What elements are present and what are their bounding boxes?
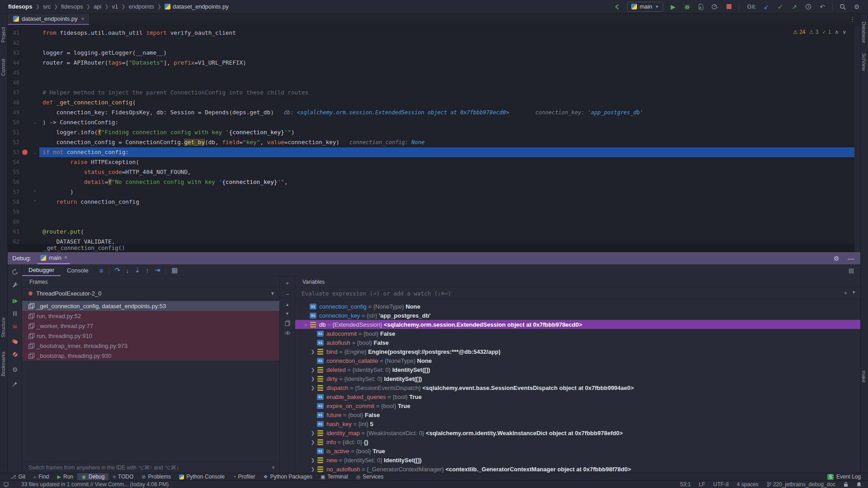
variable-row[interactable]: 01expire_on_commit = {bool} True xyxy=(295,401,860,410)
code-line[interactable]: 50⌄) -> ConnectionConfig: xyxy=(8,117,854,127)
line-number[interactable]: 44 xyxy=(8,58,19,68)
chevron-expanded-icon[interactable]: ∨ xyxy=(302,322,310,327)
fold-marker[interactable] xyxy=(30,108,39,117)
tool-button-run[interactable]: ▶Run xyxy=(53,473,77,480)
fold-marker[interactable]: ⌃ xyxy=(30,197,39,207)
breakpoint-gutter[interactable] xyxy=(19,98,30,108)
code-line[interactable]: 47# Helper method to inject the parent C… xyxy=(8,88,854,98)
line-number[interactable]: 59 xyxy=(8,207,19,217)
history-icon[interactable] xyxy=(804,3,812,11)
breakpoint-gutter[interactable] xyxy=(19,177,30,187)
git-update-icon[interactable]: ↙ xyxy=(762,3,770,11)
variable-row[interactable]: 01future = {bool} False xyxy=(295,410,860,419)
variable-row[interactable]: 01autoflush = {bool} False xyxy=(295,338,860,347)
frame-row[interactable]: _get_connection_config, dataset_endpoint… xyxy=(22,301,279,311)
line-number[interactable]: 51 xyxy=(8,127,19,137)
breadcrumb-item[interactable]: fidesops xyxy=(8,3,32,10)
move-up-icon[interactable]: ▲ xyxy=(285,302,289,307)
run-configuration-select[interactable]: main ▼ xyxy=(627,2,663,12)
chevron-collapsed-icon[interactable]: ❯ xyxy=(309,440,317,445)
fold-marker[interactable]: ⌄ xyxy=(30,147,39,157)
breadcrumb-item[interactable]: api xyxy=(94,3,101,10)
breakpoint-gutter[interactable] xyxy=(19,197,30,207)
view-breakpoints-icon[interactable] xyxy=(11,338,19,346)
fold-marker[interactable]: ⌄ xyxy=(30,117,39,127)
search-everywhere-icon[interactable] xyxy=(839,3,847,11)
code-editor[interactable]: 41from fidesops.util.oauth_util import v… xyxy=(8,25,854,244)
variable-row[interactable]: ❯no_autoflush = {_GeneratorContextManage… xyxy=(295,465,860,473)
evaluate-expression-field[interactable]: Evaluate expression (⏎) or add a watch (… xyxy=(295,287,860,300)
add-watch-icon[interactable]: + xyxy=(286,280,289,286)
code-line[interactable]: 62 DATASET_VALIDATE, xyxy=(8,237,854,244)
tool-button-make[interactable]: make xyxy=(861,371,867,383)
profiler-button[interactable] xyxy=(711,3,719,11)
fold-marker[interactable] xyxy=(30,38,39,48)
fold-marker[interactable] xyxy=(30,167,39,177)
frame-row[interactable]: _bootstrap, threading.py:930 xyxy=(22,351,279,361)
line-ending[interactable]: LF xyxy=(699,481,705,488)
chevron-collapsed-icon[interactable]: ❯ xyxy=(309,376,317,381)
tool-button-find[interactable]: ⌕Find xyxy=(29,473,53,480)
fold-marker[interactable] xyxy=(30,127,39,137)
file-encoding[interactable]: UTF-8 xyxy=(713,481,729,488)
chevron-collapsed-icon[interactable]: ❯ xyxy=(309,458,317,463)
variable-row[interactable]: ❯dispatch = {SessionEventsDispatch} <sql… xyxy=(295,383,860,392)
navigate-back-icon[interactable] xyxy=(613,3,621,11)
git-commit-icon[interactable]: ✓ xyxy=(776,3,784,11)
line-number[interactable]: 61 xyxy=(8,227,19,237)
modify-run-config-wrench-icon[interactable] xyxy=(11,281,19,289)
tool-button-structure[interactable]: Structure xyxy=(0,317,6,338)
code-line[interactable]: 45 xyxy=(8,68,854,78)
editor-options-kebab-icon[interactable]: ⋮ xyxy=(849,16,860,23)
chevron-collapsed-icon[interactable]: ❯ xyxy=(309,349,317,354)
tool-button-sciview[interactable]: SciView xyxy=(861,53,867,71)
settings-gear-icon[interactable]: ⚙ xyxy=(853,3,861,11)
code-line[interactable]: 60 xyxy=(8,217,854,227)
fold-marker[interactable] xyxy=(30,88,39,98)
variable-row[interactable]: ❯bind = {Engine} Engine(postgresql://pos… xyxy=(295,347,860,356)
caret-position[interactable]: 53:1 xyxy=(680,481,690,488)
variable-row[interactable]: 01hash_key = {int} 5 xyxy=(295,419,860,428)
breakpoint-gutter[interactable] xyxy=(19,237,30,244)
variable-row[interactable]: 01connection_callable = {NoneType} None xyxy=(295,356,860,365)
close-tab-icon[interactable]: × xyxy=(81,16,85,22)
line-number[interactable]: 45 xyxy=(8,68,19,78)
fold-marker[interactable] xyxy=(30,48,39,58)
add-icon[interactable]: + xyxy=(844,290,847,296)
fold-marker[interactable] xyxy=(30,78,39,88)
line-number[interactable]: 56 xyxy=(8,177,19,187)
debug-settings-gear-icon[interactable]: ⚙ xyxy=(832,254,840,263)
breadcrumb-item[interactable]: endpoints xyxy=(128,3,154,10)
thread-selector[interactable]: ThreadPoolExecutor-2_0 ▼ xyxy=(22,287,279,300)
copy-icon[interactable] xyxy=(285,320,290,326)
breakpoint-icon[interactable] xyxy=(22,150,28,155)
tool-button-project[interactable]: Project xyxy=(0,27,6,42)
line-number[interactable]: 62 xyxy=(8,237,19,244)
frame-row[interactable]: run, thread.py:52 xyxy=(22,311,279,321)
remove-watch-icon[interactable]: − xyxy=(286,291,289,298)
breakpoint-gutter[interactable] xyxy=(19,78,30,88)
fold-marker[interactable]: ⌃ xyxy=(30,187,39,197)
line-number[interactable]: 49 xyxy=(8,108,19,117)
tool-button-problems[interactable]: ⊘Problems xyxy=(137,473,175,480)
fold-marker[interactable] xyxy=(30,28,39,38)
variable-row[interactable]: 01autocommit = {bool} False xyxy=(295,329,860,338)
tab-debugger[interactable]: Debugger xyxy=(22,264,61,276)
step-out-icon[interactable]: ↑ xyxy=(146,267,149,274)
mute-breakpoints-icon[interactable] xyxy=(11,350,19,358)
rerun-icon[interactable] xyxy=(11,268,19,276)
line-number[interactable]: 52 xyxy=(8,137,19,147)
chevron-collapsed-icon[interactable]: ❯ xyxy=(309,467,317,472)
evaluate-expression-icon[interactable]: ▦ xyxy=(171,266,178,274)
breakpoint-gutter[interactable] xyxy=(19,28,30,38)
variable-row[interactable]: 01is_active = {bool} True xyxy=(295,446,860,455)
fold-marker[interactable] xyxy=(30,58,39,68)
debugger-settings-icon[interactable]: ⚙ xyxy=(11,366,19,374)
close-session-icon[interactable]: × xyxy=(64,254,67,261)
line-number[interactable]: 54 xyxy=(8,157,19,167)
run-button[interactable]: ▶ xyxy=(669,3,677,11)
code-line[interactable]: 56 detail=f"No connection config with ke… xyxy=(8,177,854,187)
code-line[interactable]: 51 logger.info(f"Finding connection conf… xyxy=(8,127,854,137)
debug-button[interactable] xyxy=(683,3,691,11)
frame-row[interactable]: run, threading.py:910 xyxy=(22,331,279,341)
